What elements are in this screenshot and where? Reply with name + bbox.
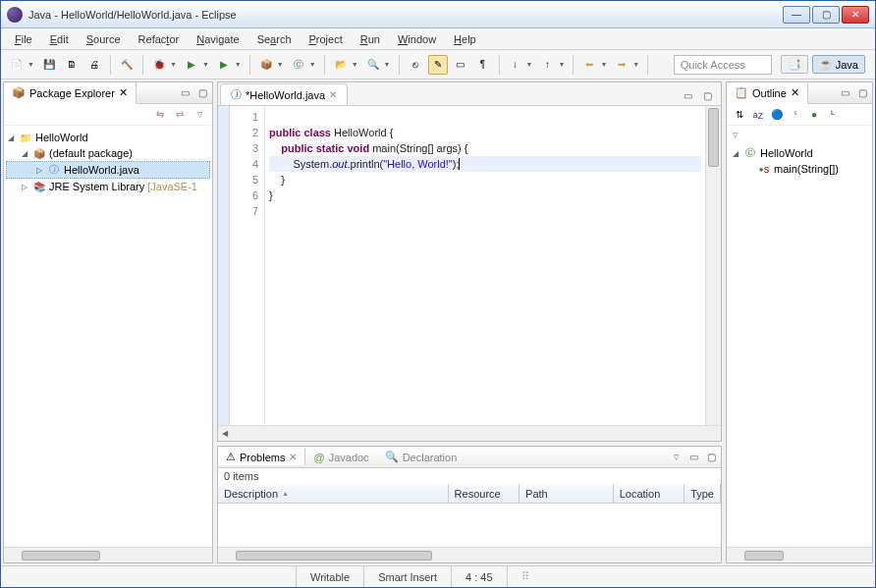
- expand-icon[interactable]: ▷: [34, 166, 44, 175]
- col-type[interactable]: Type: [684, 484, 721, 503]
- minimize-view-button[interactable]: ▭: [685, 450, 701, 465]
- close-icon[interactable]: ✕: [329, 89, 337, 100]
- run-button[interactable]: ▶: [182, 55, 201, 75]
- menu-source[interactable]: Source: [79, 31, 129, 47]
- jre-node[interactable]: ▷ 📚 JRE System Library [JavaSE-1: [6, 179, 210, 194]
- expand-icon[interactable]: ◢: [731, 149, 740, 158]
- close-icon[interactable]: ✕: [119, 86, 128, 99]
- dropdown-icon[interactable]: ▼: [277, 61, 284, 68]
- menu-navigate[interactable]: Navigate: [189, 31, 246, 47]
- horizontal-scrollbar[interactable]: [727, 547, 872, 562]
- col-path[interactable]: Path: [520, 484, 614, 503]
- dropdown-icon[interactable]: ▼: [27, 61, 34, 68]
- build-button[interactable]: 🔨: [117, 55, 137, 75]
- hide-static-button[interactable]: ˢ: [789, 108, 802, 122]
- debug-button[interactable]: 🐞: [149, 55, 169, 75]
- save-all-button[interactable]: 🗎: [62, 55, 82, 75]
- hide-local-button[interactable]: ᴸ: [826, 108, 840, 122]
- java-perspective-button[interactable]: ☕ Java: [812, 55, 865, 74]
- menu-search[interactable]: Search: [249, 31, 300, 47]
- minimize-button[interactable]: —: [783, 6, 810, 24]
- dropdown-icon[interactable]: ▼: [558, 61, 565, 68]
- outline-tab[interactable]: 📋 Outline ✕: [727, 82, 808, 104]
- search-button[interactable]: 🔍: [363, 55, 383, 75]
- dropdown-icon[interactable]: ▼: [600, 61, 607, 68]
- maximize-button[interactable]: ▢: [812, 6, 840, 24]
- close-icon[interactable]: ✕: [791, 86, 799, 99]
- maximize-editor-button[interactable]: ▢: [699, 87, 715, 103]
- hide-fields-button[interactable]: 🔵: [770, 108, 784, 122]
- toggle-block-button[interactable]: ▭: [451, 55, 470, 75]
- col-resource[interactable]: Resource: [449, 484, 520, 503]
- dropdown-icon[interactable]: ▼: [632, 61, 639, 68]
- run-last-button[interactable]: ▶: [214, 55, 234, 75]
- expand-icon[interactable]: ▷: [20, 183, 29, 191]
- new-class-button[interactable]: Ⓒ: [289, 55, 308, 75]
- new-package-button[interactable]: 📦: [256, 55, 276, 75]
- maximize-view-button[interactable]: ▢: [703, 450, 719, 465]
- quick-access-input[interactable]: Quick Access: [674, 55, 772, 75]
- dropdown-icon[interactable]: ▼: [235, 61, 242, 68]
- horizontal-scrollbar[interactable]: [218, 547, 721, 562]
- link-editor-button[interactable]: ⇄: [173, 108, 187, 122]
- menu-file[interactable]: File: [7, 31, 40, 47]
- new-button[interactable]: 📄: [7, 55, 27, 75]
- save-button[interactable]: 💾: [39, 55, 59, 75]
- print-button[interactable]: 🖨: [84, 55, 104, 75]
- view-menu-button[interactable]: ▽: [668, 450, 684, 465]
- problems-tab[interactable]: ⚠ Problems ✕: [218, 449, 305, 465]
- horizontal-scrollbar[interactable]: [4, 547, 212, 562]
- editor-tab[interactable]: Ⓙ *HelloWorld.java ✕: [220, 83, 348, 105]
- open-type-button[interactable]: 📂: [331, 55, 351, 75]
- dropdown-icon[interactable]: ▼: [384, 61, 391, 68]
- menu-refactor[interactable]: Refactor: [131, 31, 188, 47]
- package-node[interactable]: ◢ 📦 (default package): [6, 145, 210, 161]
- prev-annotation-button[interactable]: ↑: [537, 55, 557, 75]
- package-explorer-tab[interactable]: 📦 Package Explorer ✕: [4, 82, 137, 104]
- horizontal-scrollbar[interactable]: ◀: [218, 425, 721, 441]
- menu-edit[interactable]: Edit: [42, 31, 77, 47]
- collapse-all-button[interactable]: ⇆: [153, 108, 167, 122]
- menu-help[interactable]: Help: [446, 31, 484, 47]
- toggle-mark-button[interactable]: ✎: [428, 55, 448, 75]
- view-menu-button[interactable]: ▽: [192, 108, 206, 122]
- minimize-view-button[interactable]: ▭: [177, 85, 192, 101]
- expand-icon[interactable]: ◢: [20, 149, 29, 158]
- outline-method-node[interactable]: ●s main(String[]): [731, 161, 868, 177]
- back-button[interactable]: ⬅: [579, 55, 599, 75]
- dropdown-icon[interactable]: ▼: [352, 61, 358, 68]
- code-area[interactable]: public class HelloWorld { public static …: [265, 106, 705, 425]
- dropdown-icon[interactable]: ▼: [170, 61, 177, 68]
- show-whitespace-button[interactable]: ¶: [473, 55, 493, 75]
- dropdown-icon[interactable]: ▼: [309, 61, 316, 68]
- menu-project[interactable]: Project: [301, 31, 351, 47]
- outline-class-node[interactable]: ◢ Ⓒ HelloWorld: [731, 145, 868, 161]
- close-button[interactable]: ✕: [842, 6, 869, 24]
- editor-body[interactable]: 1 2 3 4 5 6 7 public class HelloWorld { …: [218, 106, 721, 425]
- menu-run[interactable]: Run: [353, 31, 388, 47]
- col-description[interactable]: Description ▲: [218, 484, 449, 503]
- dropdown-icon[interactable]: ▼: [202, 61, 209, 68]
- expand-icon[interactable]: ◢: [6, 134, 16, 142]
- file-node[interactable]: ▷ Ⓙ HelloWorld.java: [6, 161, 210, 179]
- forward-button[interactable]: ➡: [612, 55, 631, 75]
- open-perspective-button[interactable]: 📑: [781, 55, 808, 74]
- dropdown-icon[interactable]: ▼: [526, 61, 533, 68]
- maximize-view-button[interactable]: ▢: [194, 85, 210, 101]
- maximize-view-button[interactable]: ▢: [854, 85, 870, 101]
- toggle-breadcrumb-button[interactable]: ⎋: [406, 55, 425, 75]
- sort-button[interactable]: ⇅: [733, 108, 746, 122]
- az-sort-button[interactable]: az: [751, 108, 765, 122]
- view-menu-button[interactable]: ▽: [733, 132, 738, 138]
- declaration-tab[interactable]: 🔍 Declaration: [377, 449, 465, 465]
- col-location[interactable]: Location: [614, 484, 684, 503]
- close-icon[interactable]: ✕: [289, 452, 297, 462]
- folding-ruler[interactable]: [218, 106, 230, 425]
- menu-window[interactable]: Window: [390, 31, 444, 47]
- minimize-editor-button[interactable]: ▭: [680, 87, 695, 103]
- hide-nonpublic-button[interactable]: ●: [807, 108, 821, 122]
- minimize-view-button[interactable]: ▭: [837, 85, 852, 101]
- next-annotation-button[interactable]: ↓: [506, 55, 525, 75]
- vertical-scrollbar[interactable]: [705, 106, 721, 425]
- javadoc-tab[interactable]: @ Javadoc: [305, 450, 376, 465]
